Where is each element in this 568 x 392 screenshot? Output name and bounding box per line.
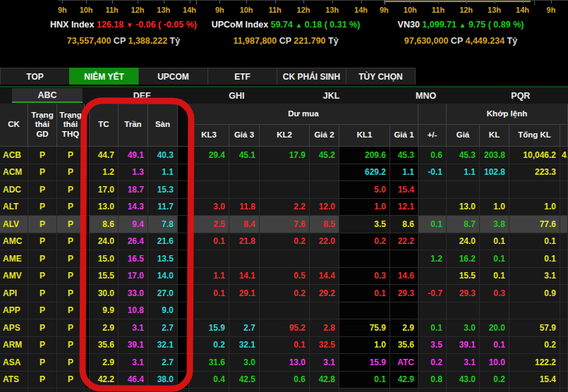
turnover-value: 4,449.234: [465, 36, 504, 46]
clipped-col-header: [560, 125, 568, 147]
spacer-cell: [85, 372, 90, 389]
matched-price-cell: 29.3: [447, 285, 480, 302]
bid1-price-cell: 15.4: [390, 181, 418, 199]
letter-tab-abc-box[interactable]: ABC: [12, 88, 83, 103]
matched-volume-cell: 203.8: [480, 147, 509, 164]
matched-price-cell: 45.3: [447, 147, 480, 164]
tab-tuy-chon[interactable]: TÙY CHỌN: [346, 68, 416, 85]
empty-cell: [90, 388, 119, 392]
total-volume-cell: 1.0: [509, 199, 560, 216]
ticker-cell[interactable]: ALT: [0, 199, 28, 216]
tab-niem-yet[interactable]: NIÊM YẾT: [69, 68, 139, 85]
status-gd-cell: P: [28, 147, 57, 164]
empty-cell: [310, 388, 339, 392]
chart-panel-divider: [534, 0, 535, 5]
bid2-volume-cell: [260, 164, 310, 182]
total-volume-cell: 57.9: [509, 319, 560, 337]
status-gd-cell: P: [28, 319, 57, 337]
ticker-cell[interactable]: API: [0, 285, 28, 302]
status-gd-cell: P: [28, 337, 57, 355]
total-volume-cell: 122.2: [509, 354, 560, 372]
letter-tab-abc[interactable]: ABC: [0, 87, 95, 104]
letter-tab-mno[interactable]: MNO: [379, 87, 473, 104]
index-name: HNX Index: [50, 20, 95, 30]
bid1-volume-cell: 75.9: [339, 319, 390, 337]
status-thq-cell: P: [57, 199, 85, 216]
letter-tab-jkl[interactable]: JKL: [284, 87, 378, 104]
time-axis-label: 9h: [380, 6, 389, 14]
turnover-unit: Tỷ: [170, 36, 181, 46]
ticker-cell[interactable]: ASA: [0, 354, 28, 372]
time-axis-label: 10h: [240, 6, 253, 14]
bid3-price-cell: 45.1: [229, 147, 260, 164]
ticker-cell[interactable]: ADC: [0, 181, 28, 199]
ticker-cell[interactable]: AME: [0, 250, 28, 268]
empty-cell: [85, 388, 90, 392]
matched-price-cell: 16.2: [447, 250, 480, 268]
ticker-cell[interactable]: APP: [0, 302, 28, 320]
total-volume-cell: 10,046.2: [509, 147, 560, 164]
status-thq-cell: P: [57, 285, 85, 302]
board-tabs: TOP NIÊM YẾT UPCOM ETF CK PHÁI SINH TÙY …: [0, 68, 568, 87]
ceiling-price-cell: 46.4: [119, 372, 148, 389]
vn30-volume-line: 97,630,000 CP 4,449.234 Tỷ: [373, 36, 549, 46]
ref-price-cell: 44.7: [90, 147, 119, 164]
change-header-top: [418, 104, 447, 125]
status-gd-cell: P: [28, 268, 57, 286]
ticker-cell[interactable]: ALV: [0, 216, 28, 233]
letter-tab-def[interactable]: DEF: [95, 87, 189, 104]
matched-price-cell: 39.1: [447, 337, 480, 355]
ref-price-cell: 15.5: [90, 268, 119, 286]
ticker-cell[interactable]: AMC: [0, 233, 28, 251]
volume-value: 97,630,000: [404, 36, 449, 46]
floor-price-cell: 13.5: [148, 250, 178, 268]
spacer-cell: [85, 268, 90, 286]
floor-price-cell: 14.0: [148, 268, 178, 286]
empty-cell: [390, 388, 418, 392]
time-axis-label: 11h: [105, 6, 118, 14]
bid3-price-cell: 32.1: [229, 337, 260, 355]
floor-price-cell: 7.8: [148, 216, 178, 233]
bid2-volume-cell: 17.9: [260, 147, 310, 164]
spacer-cell: [85, 285, 90, 302]
ceiling-price-cell: 10.8: [119, 302, 148, 320]
spacer-cell: [85, 164, 90, 182]
ticker-cell[interactable]: ATS: [0, 372, 28, 389]
tab-upcom[interactable]: UPCOM: [138, 68, 208, 85]
clipped-next-cell: [560, 285, 568, 302]
tab-top[interactable]: TOP: [0, 68, 70, 85]
ticker-cell[interactable]: ARM: [0, 337, 28, 355]
floor-price-cell: 27.0: [148, 285, 178, 302]
total-volume-cell: 0.9: [509, 285, 560, 302]
tab-ck-phai-sinh[interactable]: CK PHÁI SINH: [277, 68, 346, 85]
ref-price-cell: 8.6: [90, 216, 119, 233]
letter-tab-ghi[interactable]: GHI: [189, 87, 284, 104]
ref-price-cell: 17.0: [90, 181, 119, 199]
matched-price-cell: 24.0: [447, 233, 480, 251]
ceiling-price-cell: 3.1: [119, 319, 148, 337]
time-axis-label: 13h: [488, 6, 501, 14]
ticker-cell[interactable]: ACB: [0, 147, 28, 164]
status-gd-cell: P: [28, 199, 57, 216]
ticker-cell[interactable]: ACM: [0, 164, 28, 182]
tab-etf[interactable]: ETF: [207, 68, 277, 85]
ticker-cell[interactable]: AMV: [0, 268, 28, 286]
bid3-volume-cell: 0.2: [189, 337, 229, 355]
ticker-cell[interactable]: APS: [0, 319, 28, 337]
clipped-next-cell: [560, 268, 568, 286]
col-header-kl3: KL3: [189, 125, 229, 147]
bid3-price-cell: 42.5: [229, 372, 260, 389]
bid3-price-cell: [229, 181, 260, 199]
empty-cell: [0, 388, 28, 392]
price-table: CK Trạng thái GD Trạng thái THQ TC Trần …: [0, 104, 568, 392]
total-volume-cell: [509, 181, 560, 199]
time-axis-label: 10h: [80, 6, 93, 14]
letter-tab-pqr[interactable]: PQR: [473, 87, 568, 104]
index-name: UPCoM Index: [212, 20, 269, 30]
change-cell: -0.7: [418, 285, 447, 302]
bid3-price-cell: 3.0: [229, 354, 260, 372]
empty-cell: [480, 388, 509, 392]
spacer-cell: [178, 319, 189, 337]
change-cell: -0.1: [418, 164, 447, 182]
volume-value: 11,987,800: [233, 36, 277, 46]
